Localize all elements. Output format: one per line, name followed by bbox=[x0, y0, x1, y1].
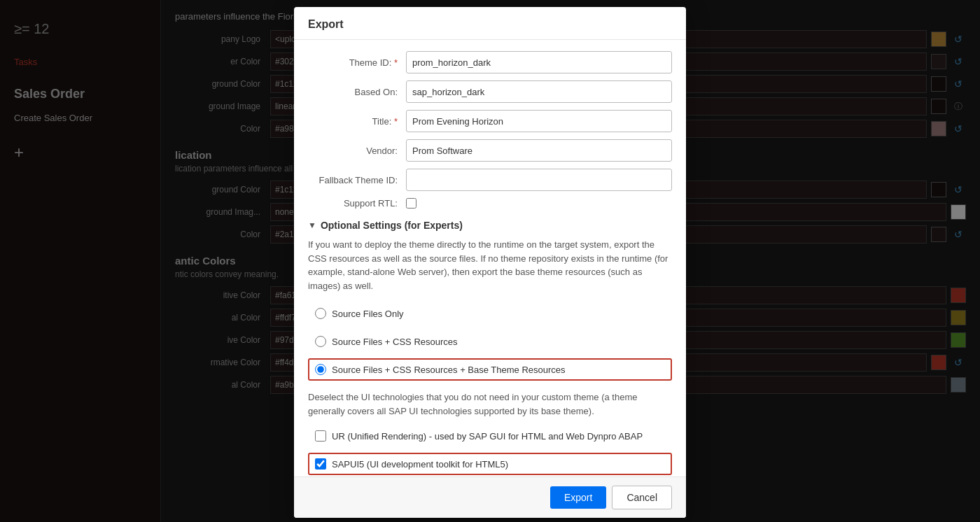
checkbox-description: Deselect the UI technologies that you do… bbox=[308, 390, 672, 418]
radio-source-css-base-label: Source Files + CSS Resources + Base Them… bbox=[332, 365, 566, 375]
vendor-input[interactable] bbox=[406, 139, 672, 162]
fallback-input[interactable] bbox=[406, 169, 672, 191]
checkbox-ur-row: UR (Unified Rendering) - used by SAP GUI… bbox=[308, 425, 672, 447]
checkbox-sapui5-label: SAPUI5 (UI development toolkit for HTML5… bbox=[332, 459, 508, 470]
dialog-title: Export bbox=[308, 18, 672, 31]
optional-settings-section: ▼ Optional Settings (for Experts) If you… bbox=[308, 220, 672, 475]
checkbox-sapui5[interactable] bbox=[315, 458, 326, 470]
vendor-label: Vendor: bbox=[308, 146, 406, 156]
title-label: Title: * bbox=[308, 116, 406, 127]
title-input[interactable] bbox=[406, 110, 672, 132]
fallback-label: Fallback Theme ID: bbox=[308, 175, 406, 185]
radio-source-css-base[interactable] bbox=[315, 364, 326, 375]
optional-description: If you want to deploy the theme directly… bbox=[308, 238, 672, 292]
radio-source-css[interactable] bbox=[315, 336, 326, 347]
checkbox-ur[interactable] bbox=[315, 430, 326, 442]
radio-source-css-label: Source Files + CSS Resources bbox=[332, 337, 458, 347]
cancel-button[interactable]: Cancel bbox=[612, 486, 672, 509]
checkbox-ur-label: UR (Unified Rendering) - used by SAP GUI… bbox=[332, 431, 643, 442]
based-on-input[interactable] bbox=[406, 80, 672, 103]
chevron-down-icon: ▼ bbox=[308, 220, 316, 230]
theme-id-input[interactable] bbox=[406, 51, 672, 73]
support-rtl-row: Support RTL: bbox=[308, 198, 672, 209]
radio-source-files-only-row: Source Files Only bbox=[308, 302, 672, 325]
theme-id-row: Theme ID: * bbox=[308, 51, 672, 73]
support-rtl-checkbox[interactable] bbox=[406, 198, 416, 209]
export-button[interactable]: Export bbox=[550, 486, 606, 509]
radio-source-css-base-row: Source Files + CSS Resources + Base Them… bbox=[308, 358, 672, 381]
fallback-row: Fallback Theme ID: bbox=[308, 169, 672, 191]
radio-source-css-row: Source Files + CSS Resources bbox=[308, 330, 672, 353]
theme-id-label: Theme ID: * bbox=[308, 57, 406, 68]
title-required-star: * bbox=[394, 116, 398, 127]
vendor-row: Vendor: bbox=[308, 139, 672, 162]
dialog-body: Theme ID: * Based On: Title: * V bbox=[294, 40, 686, 477]
dialog-footer: Export Cancel bbox=[294, 477, 686, 518]
export-dialog: Export Theme ID: * Based On: Title: bbox=[294, 7, 686, 518]
dialog-header: Export bbox=[294, 7, 686, 40]
based-on-label: Based On: bbox=[308, 87, 406, 97]
radio-source-files-only[interactable] bbox=[315, 308, 326, 319]
title-row: Title: * bbox=[308, 110, 672, 132]
optional-settings-header[interactable]: ▼ Optional Settings (for Experts) bbox=[308, 220, 672, 231]
required-star: * bbox=[394, 57, 398, 68]
checkbox-sapui5-row: SAPUI5 (UI development toolkit for HTML5… bbox=[308, 453, 672, 475]
modal-overlay: Export Theme ID: * Based On: Title: bbox=[0, 0, 980, 522]
optional-settings-title: Optional Settings (for Experts) bbox=[321, 220, 463, 231]
based-on-row: Based On: bbox=[308, 80, 672, 103]
radio-source-files-only-label: Source Files Only bbox=[332, 309, 404, 319]
checkbox-section: Deselect the UI technologies that you do… bbox=[308, 390, 672, 475]
support-rtl-label: Support RTL: bbox=[308, 198, 406, 209]
